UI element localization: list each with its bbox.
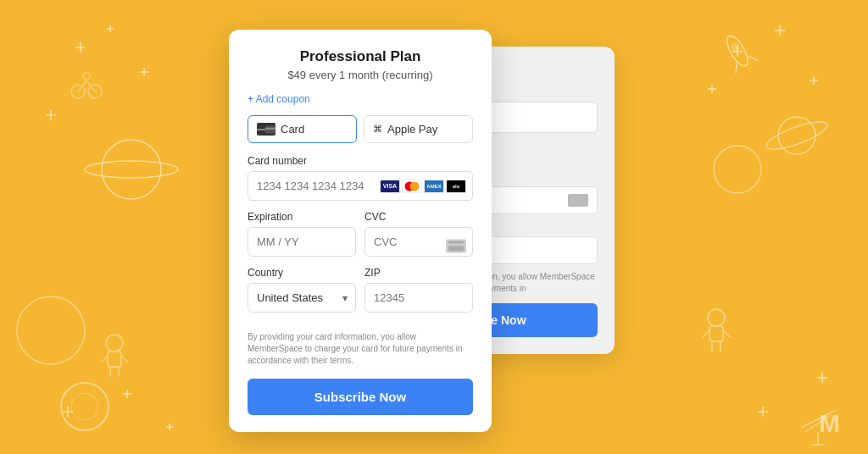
country-col: Country United States Canada United King… [248, 267, 356, 323]
expiration-col: Expiration [248, 211, 356, 267]
card-logo-visa: VISA [380, 180, 400, 193]
apple-pay-icon: ⌘ [373, 124, 382, 135]
apple-pay-label: Apple Pay [387, 123, 437, 136]
subscribe-now-button[interactable]: Subscribe Now [248, 379, 473, 415]
svg-rect-41 [108, 352, 121, 367]
card-payment-tab[interactable]: Card [248, 115, 357, 143]
card-tab-icon [257, 123, 275, 136]
svg-rect-35 [709, 326, 723, 341]
exp-cvc-row: Expiration CVC [248, 211, 473, 267]
card-logos: VISA AMEX elo [380, 180, 466, 193]
svg-line-32 [748, 53, 758, 64]
plan-title: Professional Plan [248, 48, 473, 65]
svg-line-57 [86, 80, 95, 91]
svg-line-37 [723, 330, 730, 337]
svg-point-55 [88, 85, 102, 98]
subscribe-label: Subscribe Now [314, 390, 406, 404]
svg-line-46 [805, 415, 831, 432]
svg-point-28 [714, 146, 761, 193]
country-zip-row: Country United States Canada United King… [248, 267, 473, 323]
country-select[interactable]: United States Canada United Kingdom Aust… [248, 283, 356, 313]
add-coupon-link[interactable]: + Add coupon [248, 93, 473, 105]
svg-rect-63 [265, 127, 275, 129]
card-tab-label: Card [281, 123, 304, 136]
svg-text:M: M [819, 409, 840, 437]
svg-line-31 [732, 63, 741, 73]
payment-tabs: Card ⌘ Apple Pay [248, 115, 473, 143]
country-label: Country [248, 267, 356, 279]
svg-point-54 [71, 85, 85, 98]
svg-point-51 [764, 117, 830, 155]
zip-input[interactable] [364, 283, 473, 313]
cvc-col: CVC [364, 211, 473, 267]
svg-point-29 [17, 296, 85, 364]
svg-point-34 [708, 309, 725, 326]
svg-line-47 [801, 411, 835, 428]
svg-point-33 [731, 42, 740, 52]
cvc-label: CVC [364, 211, 473, 223]
svg-point-65 [410, 181, 420, 191]
card-logo-amex: AMEX [424, 180, 444, 193]
svg-point-26 [102, 140, 161, 199]
zip-col: ZIP [364, 267, 473, 323]
zip-label: ZIP [364, 267, 473, 279]
svg-point-58 [83, 73, 90, 80]
ms-logo: M [817, 405, 851, 439]
svg-line-56 [78, 80, 86, 91]
card-number-label: Card number [248, 155, 473, 167]
svg-rect-67 [448, 243, 464, 246]
svg-point-52 [61, 383, 108, 430]
cvc-wrapper [364, 227, 473, 267]
terms-text: By providing your card information, you … [248, 331, 473, 367]
svg-point-50 [778, 117, 815, 154]
card-logo-elo: elo [446, 180, 466, 193]
svg-line-43 [121, 356, 128, 363]
card-number-wrapper: VISA AMEX elo [248, 171, 473, 201]
expiration-label: Expiration [248, 211, 356, 223]
expiration-input[interactable] [248, 227, 356, 257]
svg-point-27 [85, 161, 178, 178]
svg-point-53 [71, 393, 98, 420]
payment-form-card: Professional Plan $49 every 1 month (rec… [229, 30, 492, 432]
svg-point-40 [106, 335, 123, 352]
svg-point-30 [723, 33, 752, 69]
svg-line-42 [101, 356, 108, 363]
country-select-wrapper: United States Canada United Kingdom Aust… [248, 283, 356, 313]
svg-line-36 [703, 330, 709, 337]
apple-pay-tab[interactable]: ⌘ Apple Pay [364, 115, 473, 143]
plan-price: $49 every 1 month (recurring) [248, 69, 473, 81]
cvc-card-icon [446, 239, 466, 252]
card-logo-mc [402, 180, 422, 193]
cvc-card-icon [568, 194, 588, 207]
